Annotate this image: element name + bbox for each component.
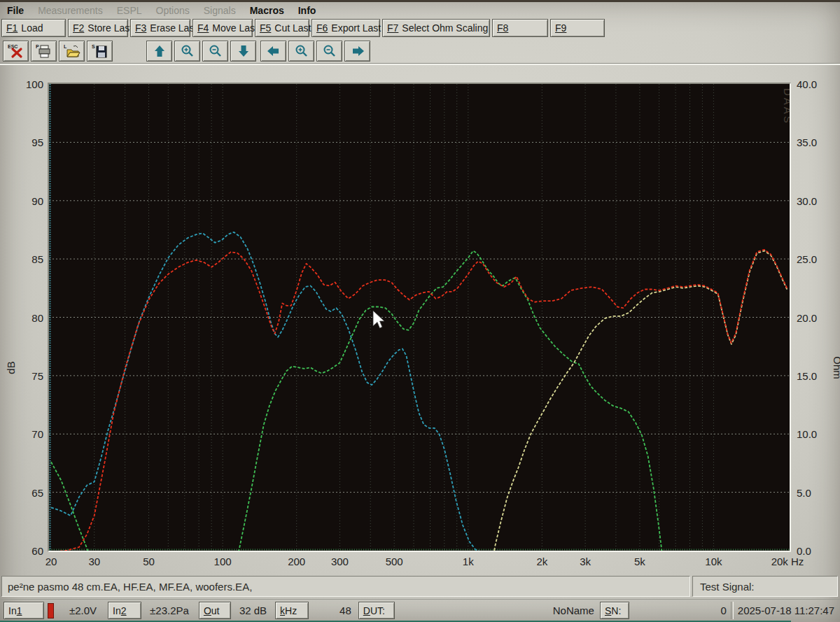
curve-pe-ne-pasmo-48-cm-ea <box>51 250 788 551</box>
input1-button[interactable]: In1 <box>4 602 44 619</box>
menu-item-file[interactable]: File <box>7 5 24 16</box>
db-tick-label: 75 <box>20 370 43 382</box>
save-button[interactable]: S <box>87 41 113 62</box>
curve-mf-ea <box>51 251 663 551</box>
ohm-axis-label: Ohm <box>832 356 840 379</box>
left-arrow-icon <box>266 44 281 58</box>
open-button[interactable]: L <box>59 41 85 62</box>
db-tick-label: 85 <box>20 253 43 265</box>
output-level-value: 32 dB <box>239 605 267 616</box>
instrument-bar: In1 ±2.0V In2 ±23.2Pa Out 32 dB kHz 48 D… <box>0 599 840 621</box>
menu-item-macros[interactable]: Macros <box>250 5 284 16</box>
zoom-in-horizontal-button[interactable] <box>288 41 314 62</box>
zoom-in-icon <box>180 44 195 58</box>
khz-button[interactable]: kHz <box>275 602 309 619</box>
ohm-tick-label: 40.0 <box>797 78 829 90</box>
function-key-bar: F1Load F2Store Last F3Erase Last F4Move … <box>1 19 605 37</box>
esc-cancel-icon: ESC <box>8 43 24 59</box>
f2-store-last-button[interactable]: F2Store Last <box>68 19 128 37</box>
menu-item-measurements[interactable]: Measurements <box>38 5 103 16</box>
zoom-out-horizontal-button[interactable] <box>316 41 342 62</box>
db-tick-label: 70 <box>20 428 43 440</box>
zoom-out-vertical-button[interactable] <box>202 41 228 62</box>
datetime-value: 2025-07-18 11:27:47 <box>738 605 834 616</box>
sample-rate-value: 48 <box>340 605 351 616</box>
ohm-tick-label: 10.0 <box>797 428 829 440</box>
svg-text:P: P <box>36 44 39 49</box>
db-tick-label: 95 <box>20 136 43 148</box>
db-tick-label: 100 <box>20 78 43 90</box>
menu-item-info[interactable]: Info <box>298 5 316 16</box>
output-button[interactable]: Out <box>199 602 231 619</box>
folder-open-icon: L <box>64 43 80 59</box>
ohm-tick-label: 35.0 <box>797 136 829 148</box>
print-button[interactable]: P <box>31 41 57 62</box>
frequency-response-chart: DAAS 100959085807570656040.035.030.025.0… <box>0 64 840 575</box>
db-tick-label: 90 <box>20 195 43 207</box>
bar-separator <box>731 602 734 619</box>
menu-item-espl[interactable]: ESPL <box>117 5 142 16</box>
plot-canvas: DAAS <box>49 84 790 551</box>
f4-move-last-button[interactable]: F4Move Last <box>192 19 253 37</box>
freq-tick-label: 5k <box>620 556 659 567</box>
db-tick-label: 65 <box>20 487 43 499</box>
scroll-left-button[interactable] <box>260 41 286 62</box>
counter-value: 0 <box>720 605 726 616</box>
test-signal-field: Test Signal: <box>692 576 838 597</box>
zoom-in-icon <box>294 44 309 58</box>
toolbar: ESC P L S <box>3 40 370 62</box>
zoom-in-vertical-button[interactable] <box>174 41 200 62</box>
freq-tick-label: 20 <box>31 556 71 567</box>
freq-tick-label: 50 <box>130 556 169 567</box>
ohm-tick-label: 15.0 <box>797 370 829 382</box>
ohm-tick-label: 30.0 <box>797 195 829 207</box>
freq-tick-label: 3k <box>566 556 605 567</box>
printer-icon: P <box>36 43 52 59</box>
input2-range-value: ±23.2Pa <box>150 605 189 616</box>
ohm-tick-label: 5.0 <box>797 487 829 499</box>
menu-item-options[interactable]: Options <box>156 5 190 16</box>
scroll-right-button[interactable] <box>344 41 370 62</box>
curve-woofers-ea <box>51 232 481 551</box>
freq-tick-label: 2k <box>522 556 561 567</box>
svg-text:S: S <box>92 44 95 49</box>
db-tick-label: 80 <box>20 312 43 324</box>
db-axis-label: dB <box>5 361 17 374</box>
daas-watermark: DAAS <box>782 88 790 125</box>
input2-button[interactable]: In2 <box>108 602 141 619</box>
f3-erase-last-button[interactable]: F3Erase Last <box>130 19 190 37</box>
f9-button[interactable]: F9 <box>550 19 605 37</box>
f5-cut-last-button[interactable]: F5Cut Last <box>255 19 309 37</box>
freq-tick-label: 10k <box>694 556 733 567</box>
status-row: pe²ne pasmo 48 cm.EA, HF.EA, MF.EA, woof… <box>0 575 840 598</box>
freq-tick-label: 200 <box>277 556 316 567</box>
right-arrow-icon <box>350 44 365 58</box>
freq-tick-label: 100 <box>203 556 242 567</box>
f6-export-last-button[interactable]: F6Export Last <box>312 19 380 37</box>
menu-bar: File Measurements ESPL Options Signals M… <box>0 2 840 18</box>
down-arrow-icon <box>236 44 251 58</box>
plot-area[interactable]: DAAS <box>49 84 790 551</box>
daas-analyzer-window: File Measurements ESPL Options Signals M… <box>0 0 840 622</box>
freq-tick-label: 1k <box>449 556 488 567</box>
freq-tick-label: 20k Hz <box>768 556 807 567</box>
zoom-out-icon <box>322 44 337 58</box>
svg-text:L: L <box>64 44 67 49</box>
up-arrow-icon <box>152 44 167 58</box>
cancel-button[interactable]: ESC <box>3 41 29 62</box>
f1-load-button[interactable]: F1Load <box>1 19 66 37</box>
dut-button[interactable]: DUT: <box>358 602 395 619</box>
scroll-down-button[interactable] <box>230 41 256 62</box>
f8-button[interactable]: F8 <box>492 19 548 37</box>
freq-tick-label: 300 <box>320 556 359 567</box>
menu-item-signals[interactable]: Signals <box>204 5 236 16</box>
freq-tick-label: 30 <box>75 556 114 567</box>
input1-range-value: ±2.0V <box>69 605 97 616</box>
ohm-tick-label: 20.0 <box>797 312 829 324</box>
device-name-value: NoName <box>553 605 594 616</box>
scroll-up-button[interactable] <box>146 41 172 62</box>
f7-select-ohm-scaling-button[interactable]: F7Select Ohm Scaling <box>382 19 490 37</box>
measurement-files-text: pe²ne pasmo 48 cm.EA, HF.EA, MF.EA, woof… <box>1 576 690 597</box>
zoom-out-icon <box>208 44 223 58</box>
serial-number-button[interactable]: SN: <box>600 602 629 619</box>
